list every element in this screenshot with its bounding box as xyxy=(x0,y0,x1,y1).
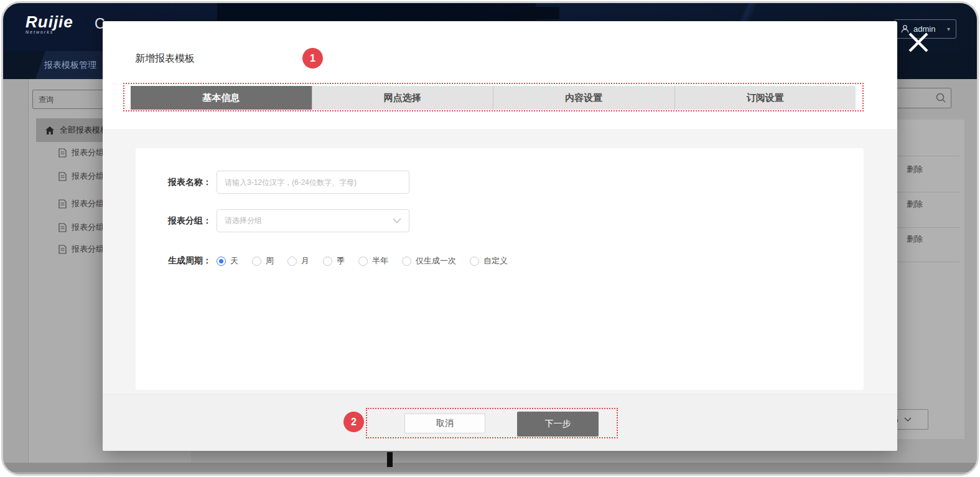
next-step-button[interactable]: 下一步 xyxy=(517,412,599,437)
document-icon xyxy=(58,172,67,181)
sidebar-item-report-group[interactable]: 报表分组 xyxy=(58,146,104,159)
sidebar-item-label: 报表分组 xyxy=(72,222,104,233)
period-label: 生成周期： xyxy=(154,255,212,267)
report-name-input[interactable] xyxy=(217,171,409,194)
nav-tab-report-template[interactable]: 报表模板管理 xyxy=(35,51,105,79)
sidebar-item-label: 报表分组 xyxy=(72,171,104,182)
annotation-step-badge-2: 2 xyxy=(343,412,364,432)
chevron-down-icon: ▾ xyxy=(947,26,950,32)
report-group-label: 报表分组： xyxy=(154,215,212,227)
sidebar-item-label: 报表分组 xyxy=(72,243,104,255)
brand-logo: Ruijie Networks xyxy=(26,12,73,34)
radio-week[interactable]: 周 xyxy=(252,255,274,267)
annotation-step-badge-1: 1 xyxy=(302,48,323,68)
chevron-down-icon xyxy=(904,417,912,422)
chevron-down-icon xyxy=(393,218,401,224)
form-row-period: 生成周期： 天 周 月 xyxy=(154,255,521,267)
cancel-button[interactable]: 取消 xyxy=(404,413,485,433)
tab-subscription-settings[interactable]: 订阅设置 xyxy=(674,86,856,110)
radio-label: 周 xyxy=(266,255,274,267)
report-group-select[interactable]: 请选择分组 xyxy=(217,209,409,232)
document-icon xyxy=(58,148,67,158)
sidebar-item-label: 报表分组 xyxy=(72,147,104,158)
form-row-report-group: 报表分组： 请选择分组 xyxy=(154,209,409,232)
radio-label: 半年 xyxy=(372,255,388,267)
delete-link[interactable]: 删除 xyxy=(907,199,923,210)
document-icon xyxy=(58,223,67,232)
radio-icon xyxy=(358,257,368,266)
delete-link[interactable]: 删除 xyxy=(907,234,923,245)
delete-link[interactable]: 删除 xyxy=(907,164,923,175)
radio-label: 天 xyxy=(230,255,238,267)
close-icon[interactable] xyxy=(907,31,930,54)
document-icon xyxy=(58,245,67,254)
report-group-placeholder: 请选择分组 xyxy=(225,215,262,226)
radio-half-year[interactable]: 半年 xyxy=(358,255,388,267)
radio-label: 季 xyxy=(337,255,345,267)
report-name-label: 报表名称： xyxy=(154,177,212,188)
annotation-box-tabs: 基本信息 网点选择 内容设置 订阅设置 xyxy=(123,83,864,111)
header-decoration xyxy=(521,7,559,19)
brand-logo-text: Ruijie xyxy=(26,12,73,32)
radio-icon xyxy=(217,257,226,266)
radio-quarter[interactable]: 季 xyxy=(323,255,345,267)
form-row-report-name: 报表名称： xyxy=(154,171,409,194)
tab-basic-info[interactable]: 基本信息 xyxy=(131,86,312,110)
radio-icon xyxy=(252,257,261,266)
radio-label: 仅生成一次 xyxy=(416,255,456,267)
dialog-tab-bar: 基本信息 网点选择 内容设置 订阅设置 xyxy=(131,86,856,110)
cursor-artifact xyxy=(387,452,393,467)
radio-icon xyxy=(323,257,332,266)
sidebar-item-report-group[interactable]: 报表分组 xyxy=(58,221,104,234)
radio-icon xyxy=(402,257,411,266)
radio-once[interactable]: 仅生成一次 xyxy=(402,255,456,267)
radio-label: 月 xyxy=(301,255,309,267)
search-icon xyxy=(935,92,946,103)
radio-custom[interactable]: 自定义 xyxy=(470,255,508,267)
tab-content-settings[interactable]: 内容设置 xyxy=(493,86,674,110)
window-bottom-edge xyxy=(3,463,977,472)
sidebar-item-report-group[interactable]: 报表分组 xyxy=(58,243,104,255)
radio-month[interactable]: 月 xyxy=(287,255,309,267)
sidebar-item-label: 全部报表模板 xyxy=(60,125,108,136)
basic-info-form-card: 报表名称： 报表分组： 请选择分组 生成周期： xyxy=(136,148,864,390)
tab-site-selection[interactable]: 网点选择 xyxy=(312,86,493,110)
radio-icon xyxy=(287,257,297,266)
screenshot: Ruijie Networks C admin ▾ 报表模板管理 xyxy=(0,0,980,477)
header-decoration xyxy=(217,3,536,21)
sidebar-item-label: 报表分组 xyxy=(72,198,104,209)
document-icon xyxy=(58,199,67,209)
dialog-title: 新增报表模板 xyxy=(135,52,195,65)
home-icon xyxy=(45,126,54,135)
sidebar-item-report-group[interactable]: 报表分组 xyxy=(58,197,104,210)
sidebar-item-report-group[interactable]: 报表分组 xyxy=(58,170,104,182)
app-window: Ruijie Networks C admin ▾ 报表模板管理 xyxy=(1,1,979,476)
radio-day[interactable]: 天 xyxy=(217,255,238,267)
add-report-template-dialog: 新增报表模板 1 基本信息 网点选择 内容设置 订阅设置 报表名称： xyxy=(103,21,897,451)
radio-icon xyxy=(470,257,479,266)
radio-label: 自定义 xyxy=(483,255,508,267)
